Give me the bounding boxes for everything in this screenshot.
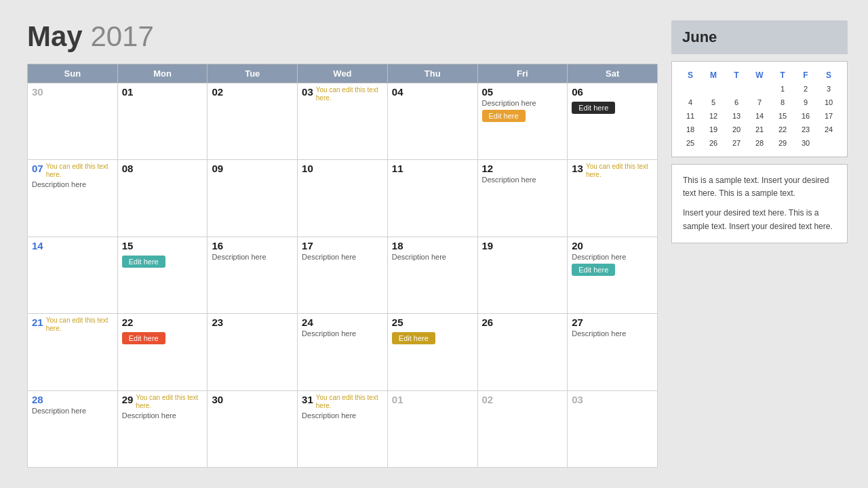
calendar-cell: 20Description hereEdit here — [568, 237, 658, 313]
mini-cal-cell: 8 — [771, 96, 794, 109]
calendar-cell: 09 — [208, 160, 298, 237]
description-text: Description here — [302, 253, 383, 261]
page-title: May 2017 — [27, 20, 658, 53]
day-number: 14 — [32, 240, 113, 251]
calendar-cell: 21 You can edit this text here. — [28, 314, 118, 390]
sidebar-text-2: Insert your desired text here. This is a… — [683, 207, 836, 232]
mini-cal-cell: 14 — [748, 109, 771, 123]
mini-col-header: T — [725, 68, 748, 82]
mini-cal-cell — [679, 82, 702, 96]
mini-cal-cell: 29 — [771, 136, 794, 150]
edit-button[interactable]: Edit here — [482, 110, 526, 122]
edit-button[interactable]: Edit here — [572, 102, 615, 114]
mini-cal-cell — [702, 82, 725, 96]
day-number: 01 — [122, 86, 203, 98]
can-edit-text: You can edit this text here. — [46, 317, 113, 333]
edit-button[interactable]: Edit here — [122, 256, 165, 268]
day-number: 05 — [482, 86, 564, 98]
calendar-cell: 19 — [477, 237, 568, 313]
day-number: 30 — [32, 86, 113, 98]
mini-col-header: S — [817, 68, 840, 82]
calendar-cell: 30 — [208, 390, 298, 467]
day-number: 18 — [392, 240, 473, 251]
calendar-cell: 15Edit here — [117, 237, 208, 313]
description-text: Description here — [302, 411, 383, 420]
sidebar: June SMTWTFS 123456789101112131415161718… — [671, 20, 848, 468]
mini-cal-cell: 18 — [679, 123, 702, 136]
col-header-mon: Mon — [117, 64, 208, 83]
edit-button[interactable]: Edit here — [122, 332, 165, 344]
mini-col-header: M — [702, 68, 725, 82]
calendar-cell: 27Description here — [568, 314, 658, 390]
day-number: 02 — [482, 394, 564, 405]
calendar-cell: 31 You can edit this text here. Descript… — [298, 390, 388, 467]
day-number: 09 — [212, 163, 293, 174]
calendar-cell: 22Edit here — [117, 314, 208, 390]
mini-cal-cell: 16 — [794, 109, 817, 123]
mini-cal-cell: 4 — [679, 96, 702, 109]
mini-cal-cell: 24 — [817, 123, 840, 136]
day-number: 08 — [122, 163, 203, 174]
mini-cal-table: SMTWTFS 12345678910111213141516171819202… — [679, 68, 840, 150]
mini-cal-cell: 30 — [794, 136, 817, 150]
calendar-cell: 24Description here — [298, 314, 388, 390]
day-number: 10 — [302, 163, 383, 174]
mini-cal-cell — [817, 136, 840, 150]
day-number: 31 — [302, 394, 313, 405]
description-text: Description here — [572, 329, 653, 338]
calendar-cell: 26 — [477, 314, 568, 390]
edit-button[interactable]: Edit here — [392, 332, 435, 344]
calendar-cell: 11 — [387, 160, 477, 237]
col-header-fri: Fri — [477, 64, 568, 83]
edit-button[interactable]: Edit here — [572, 264, 615, 276]
day-number: 22 — [122, 317, 203, 328]
calendar-cell: 28Description here — [28, 390, 118, 467]
mini-cal-cell: 9 — [794, 96, 817, 109]
can-edit-text: You can edit this text here. — [586, 163, 653, 179]
mini-cal-cell: 13 — [725, 109, 748, 123]
day-number: 07 — [32, 163, 43, 174]
day-number: 01 — [392, 394, 473, 405]
day-number: 04 — [392, 86, 473, 98]
day-number: 30 — [212, 394, 293, 405]
calendar-cell: 23 — [208, 314, 298, 390]
mini-cal-cell: 25 — [679, 136, 702, 150]
mini-cal-cell — [748, 82, 771, 96]
day-number: 28 — [32, 394, 113, 405]
mini-cal-cell: 12 — [702, 109, 725, 123]
mini-cal-cell: 10 — [817, 96, 840, 109]
mini-cal-cell: 6 — [725, 96, 748, 109]
mini-cal-cell: 3 — [817, 82, 840, 96]
description-text: Description here — [32, 407, 113, 415]
day-number: 06 — [572, 86, 653, 98]
mini-cal-cell: 19 — [702, 123, 725, 136]
mini-col-header: T — [771, 68, 794, 82]
calendar-cell: 06Edit here — [568, 83, 658, 160]
calendar-cell: 05Description hereEdit here — [477, 83, 568, 160]
day-number: 11 — [392, 163, 473, 174]
mini-cal-cell: 11 — [679, 109, 702, 123]
can-edit-text: You can edit this text here. — [316, 394, 383, 410]
mini-col-header: F — [794, 68, 817, 82]
main-area: May 2017 SunMonTueWedThuFriSat 300102 03… — [27, 20, 658, 468]
calendar-cell: 03 — [568, 390, 658, 467]
calendar-cell: 04 — [387, 83, 477, 160]
day-number: 26 — [482, 317, 564, 328]
col-header-tue: Tue — [208, 64, 298, 83]
day-number: 25 — [392, 317, 473, 328]
col-header-thu: Thu — [387, 64, 477, 83]
calendar-cell: 17Description here — [298, 237, 388, 313]
description-text: Description here — [122, 411, 203, 420]
calendar-cell: 10 — [298, 160, 388, 237]
day-number: 23 — [212, 317, 293, 328]
day-number: 19 — [482, 240, 564, 251]
day-number: 15 — [122, 240, 203, 251]
calendar-cell: 30 — [28, 83, 118, 160]
day-number: 02 — [212, 86, 293, 98]
sidebar-description: This is a sample text. Insert your desir… — [671, 164, 848, 243]
day-number: 16 — [212, 240, 293, 251]
sidebar-text-1: This is a sample text. Insert your desir… — [683, 174, 836, 200]
month-label: May — [27, 20, 83, 52]
col-header-wed: Wed — [298, 64, 388, 83]
calendar-cell: 13 You can edit this text here. — [568, 160, 658, 237]
